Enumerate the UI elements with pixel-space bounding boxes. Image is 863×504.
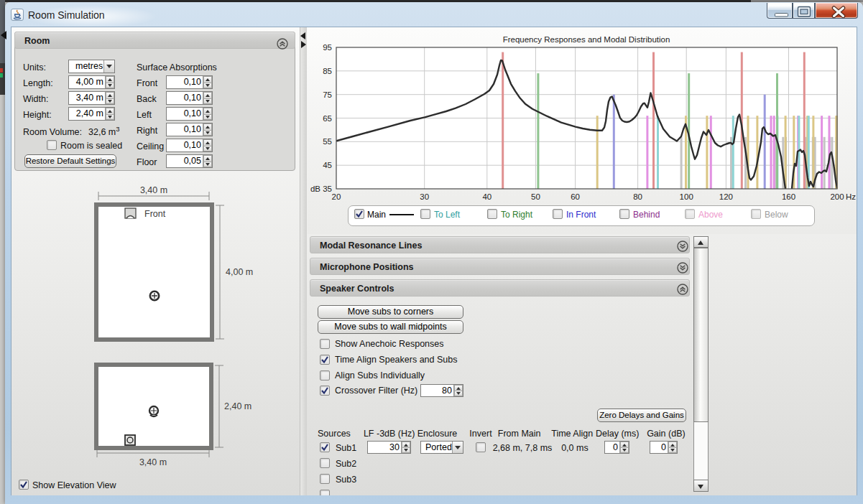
svg-text:200: 200: [830, 192, 844, 201]
svg-text:160: 160: [782, 192, 795, 201]
svg-text:65: 65: [323, 114, 332, 123]
svg-text:100: 100: [680, 192, 693, 201]
svg-text:20: 20: [332, 192, 341, 201]
svg-text:95: 95: [323, 43, 332, 52]
svg-text:3,40 m: 3,40 m: [140, 185, 167, 195]
svg-text:Frequency Responses and Modal: Frequency Responses and Modal Distributi…: [503, 35, 670, 44]
svg-text:60: 60: [571, 192, 580, 201]
svg-text:75: 75: [323, 90, 332, 99]
svg-text:2,40 m: 2,40 m: [224, 401, 251, 411]
svg-text:40: 40: [482, 192, 492, 201]
svg-text:3,40 m: 3,40 m: [139, 457, 167, 467]
svg-text:80: 80: [633, 192, 642, 201]
svg-text:30: 30: [420, 192, 429, 201]
svg-text:55: 55: [323, 137, 332, 146]
svg-text:50: 50: [531, 192, 540, 201]
svg-text:120: 120: [719, 192, 733, 201]
svg-text:45: 45: [323, 161, 332, 169]
svg-text:Hz: Hz: [846, 192, 856, 201]
svg-text:dB 35: dB 35: [310, 185, 332, 193]
svg-text:4,00 m: 4,00 m: [226, 267, 253, 277]
svg-text:Front: Front: [144, 209, 166, 219]
svg-text:85: 85: [323, 67, 332, 75]
